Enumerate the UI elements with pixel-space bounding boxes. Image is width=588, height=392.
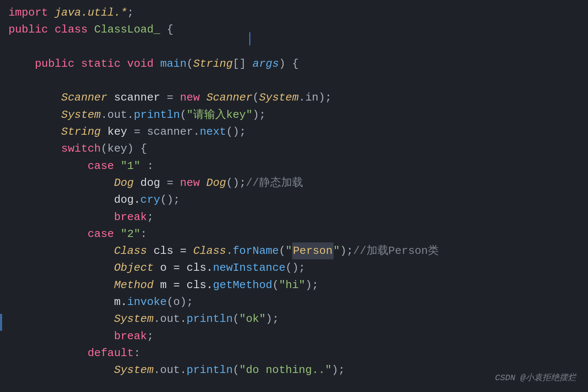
- type-object: Object: [114, 259, 154, 276]
- code-line-11: Dog dog = new Dog();//静态加载: [8, 174, 580, 191]
- keyword-public-static: public static: [35, 55, 127, 72]
- type-system4: System: [114, 362, 154, 378]
- keyword-import: import: [8, 4, 55, 21]
- indent: [8, 362, 114, 378]
- dot-out: .out.: [101, 106, 134, 123]
- keyword-case1: case: [88, 158, 120, 174]
- open-brace: {: [160, 21, 173, 38]
- code-line-21: default:: [8, 345, 580, 362]
- method-println4: println: [186, 362, 232, 378]
- dot-out3: .out.: [153, 310, 186, 327]
- println-close4: );: [332, 362, 345, 378]
- code-line-13: break;: [8, 209, 580, 226]
- paren-open: (: [186, 55, 193, 72]
- var-o: o = cls.: [153, 259, 213, 276]
- code-line-2: public class ClassLoad_ {: [8, 21, 580, 38]
- forname-close: );: [340, 242, 353, 259]
- indent: [8, 242, 114, 259]
- indent: [8, 259, 114, 276]
- close-paren2: );: [252, 106, 265, 123]
- code-line-17: Method m = cls.getMethod("hi");: [8, 277, 580, 294]
- type-scanner: Scanner: [61, 89, 107, 106]
- comment-load-person: //加载Person类: [353, 242, 439, 259]
- type-dog: Dog: [114, 174, 134, 191]
- code-line-14: case "2":: [8, 226, 580, 242]
- method-forname: forName: [233, 242, 279, 259]
- string-prompt: "请输入key": [186, 106, 252, 123]
- type-system3: System: [114, 310, 154, 327]
- assign3: =: [167, 174, 180, 191]
- string-hi: "hi": [279, 277, 305, 294]
- gutter: [0, 0, 2, 392]
- paren: (: [252, 89, 259, 106]
- code-editor: import java.util.*; public class ClassLo…: [0, 0, 588, 387]
- indent: [8, 328, 114, 345]
- code-line-20: break;: [8, 328, 580, 345]
- keyword-break2: break: [114, 328, 147, 345]
- case-value-2: "2": [120, 226, 140, 242]
- keyword-break1: break: [114, 209, 147, 226]
- var-dog: dog: [134, 174, 167, 191]
- invoke-paren: (o);: [167, 294, 193, 310]
- code-line-5: [8, 72, 580, 89]
- method-cry: cry: [140, 191, 160, 208]
- keyword-void: void: [127, 55, 160, 72]
- end3: ();: [226, 123, 246, 140]
- var-dog-call: dog.: [114, 191, 140, 208]
- case-value-1: "1": [120, 158, 140, 174]
- indent: [8, 310, 114, 327]
- dot-out4: .out.: [153, 362, 186, 378]
- param-args: args: [252, 55, 279, 72]
- println-paren4: (: [233, 362, 240, 378]
- type-system2: System: [61, 106, 101, 123]
- highlight-person: Person: [292, 242, 334, 259]
- keyword-new2: new: [180, 174, 206, 191]
- indent: [8, 106, 61, 123]
- switch-paren: (key) {: [101, 140, 147, 157]
- indent: [8, 277, 114, 294]
- method-getmethod: getMethod: [213, 277, 272, 294]
- case-colon2: :: [140, 226, 147, 242]
- cry-paren: ();: [160, 191, 180, 208]
- paren2: (: [180, 106, 187, 123]
- string-donothing: "do nothing..": [239, 362, 331, 378]
- println-paren3: (: [233, 310, 240, 327]
- assign2: = scanner.: [134, 123, 200, 140]
- keyword-switch: switch: [61, 140, 101, 157]
- class-name: ClassLoad_: [94, 21, 160, 38]
- indent: [8, 140, 61, 157]
- type-class2: Class: [193, 242, 226, 259]
- dot-in: .in);: [299, 89, 332, 106]
- keyword-default: default: [88, 345, 134, 362]
- method-println: println: [134, 106, 180, 123]
- default-colon: :: [134, 345, 140, 362]
- indent: [8, 345, 88, 362]
- method-main: main: [160, 55, 186, 72]
- code-line-7: System.out.println("请输入key");: [8, 106, 580, 123]
- indent: [8, 174, 114, 191]
- watermark: CSDN @小袁拒绝摆烂: [495, 371, 576, 384]
- string-ok: "ok": [239, 310, 265, 327]
- import-path: java.util.*: [55, 4, 127, 21]
- indent: [8, 191, 114, 208]
- method-next: next: [200, 123, 226, 140]
- code-line-8: String key = scanner.next();: [8, 123, 580, 140]
- dot-forname: .: [226, 242, 233, 259]
- code-line-9: switch(key) {: [8, 140, 580, 157]
- text-cursor: [249, 32, 250, 51]
- getmethod-close: );: [305, 277, 318, 294]
- type-dog2: Dog: [206, 174, 226, 191]
- indent: [8, 226, 88, 242]
- semicolon: ;: [127, 4, 134, 21]
- case-colon1: :: [140, 158, 153, 174]
- newinstance-paren: ();: [285, 259, 305, 276]
- code-line-15: Class cls = Class.forName("Person");//加载…: [8, 242, 580, 259]
- array-bracket: []: [233, 55, 253, 72]
- var-cls: cls =: [147, 242, 193, 259]
- indent: [8, 55, 35, 72]
- code-line-19: System.out.println("ok");: [8, 310, 580, 327]
- line-indicator: [0, 314, 2, 331]
- println-close3: );: [266, 310, 279, 327]
- method-println3: println: [186, 310, 232, 327]
- method-close: ) {: [279, 55, 299, 72]
